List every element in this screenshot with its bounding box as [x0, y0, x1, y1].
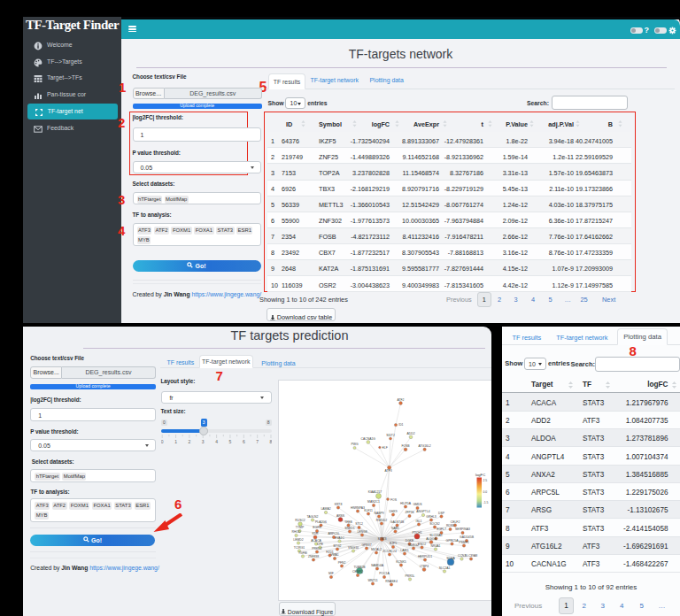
svg-text:TAGLN2: TAGLN2: [307, 514, 319, 518]
svg-text:DHX9: DHX9: [389, 509, 397, 512]
svg-text:SLC2A1: SLC2A1: [439, 566, 451, 569]
svg-text:ATG16L2: ATG16L2: [418, 444, 430, 448]
svg-text:2.5: 2.5: [483, 479, 488, 482]
svg-text:PRR5L: PRR5L: [406, 574, 415, 577]
svg-text:HERPUD1: HERPUD1: [418, 554, 432, 558]
svg-text:logFC: logFC: [475, 472, 485, 476]
svg-text:ZNF838: ZNF838: [308, 554, 319, 558]
svg-text:ARSS: ARSS: [336, 514, 345, 518]
svg-text:6: 6: [243, 439, 245, 444]
svg-text:PWG: PWG: [351, 443, 358, 446]
svg-text:KIAA1217: KIAA1217: [368, 490, 382, 494]
svg-text:-1.5: -1.5: [483, 501, 489, 504]
svg-text:0: 0: [161, 439, 164, 444]
svg-text:KLF11: KLF11: [364, 508, 373, 512]
svg-text:GRHL3: GRHL3: [426, 514, 436, 518]
svg-text:HILPDA: HILPDA: [400, 501, 412, 504]
svg-text:ENO2: ENO2: [418, 542, 426, 545]
svg-text:0.0: 0.0: [483, 489, 488, 493]
svg-text:NABP9: NABP9: [374, 511, 383, 514]
svg-text:GADD45B: GADD45B: [460, 535, 475, 539]
svg-text:LTBP4: LTBP4: [420, 564, 429, 567]
svg-text:ID1: ID1: [398, 423, 403, 427]
svg-text:MICAL2: MICAL2: [371, 547, 382, 551]
svg-text:ARPC5L: ARPC5L: [328, 532, 339, 535]
svg-text:E2F5: E2F5: [390, 542, 397, 545]
svg-text:WNT11: WNT11: [367, 578, 377, 581]
svg-text:4: 4: [216, 439, 219, 444]
svg-text:SAMD4A: SAMD4A: [371, 563, 384, 566]
svg-text:STC2: STC2: [355, 522, 363, 526]
svg-text:TGFBI: TGFBI: [298, 551, 307, 554]
svg-text:TFEB: TFEB: [344, 520, 352, 523]
svg-text:SERPINA3: SERPINA3: [455, 527, 470, 531]
svg-text:ADD2: ADD2: [406, 432, 414, 435]
svg-text:EGFR: EGFR: [313, 526, 321, 529]
svg-text:MAN2C1: MAN2C1: [367, 500, 380, 504]
svg-text:8: 8: [270, 439, 272, 444]
svg-text:STAT3: STAT3: [377, 537, 386, 541]
svg-text:TYMP: TYMP: [296, 526, 305, 529]
svg-text:FOSB: FOSB: [401, 444, 410, 448]
svg-text:GPR37: GPR37: [361, 543, 371, 546]
svg-text:2: 2: [189, 439, 191, 444]
svg-text:1: 1: [175, 439, 178, 444]
svg-text:RHOD: RHOD: [292, 530, 302, 534]
svg-text:EVA1C: EVA1C: [335, 535, 344, 539]
svg-text:KDR: KDR: [312, 532, 319, 535]
svg-text:ATF2: ATF2: [397, 397, 404, 401]
svg-text:PRKD2: PRKD2: [312, 546, 321, 550]
svg-text:5: 5: [229, 439, 232, 444]
svg-text:MIF: MIF: [328, 572, 334, 575]
svg-text:HLF: HLF: [382, 445, 387, 449]
svg-text:ISL1: ISL1: [416, 519, 422, 522]
svg-text:LENG8: LENG8: [357, 529, 367, 533]
svg-text:PTCH1: PTCH1: [412, 531, 421, 535]
svg-text:NR4A1: NR4A1: [431, 543, 441, 547]
svg-text:VSIG10: VSIG10: [348, 545, 359, 549]
svg-text:SOCS2: SOCS2: [429, 521, 440, 525]
svg-text:LEMD2: LEMD2: [293, 537, 303, 541]
svg-text:GALNT4B: GALNT4B: [390, 520, 405, 523]
svg-text:ZFP36: ZFP36: [405, 511, 413, 514]
svg-text:RNASE4: RNASE4: [385, 579, 398, 582]
svg-text:SNED1: SNED1: [344, 526, 354, 529]
svg-text:KRT8: KRT8: [335, 502, 343, 505]
svg-text:PSMF1: PSMF1: [459, 540, 468, 543]
svg-text:VWA1: VWA1: [330, 553, 339, 557]
svg-text:ATF3: ATF3: [385, 468, 392, 472]
svg-text:DSP: DSP: [438, 511, 445, 514]
svg-text:RWDD2: RWDD2: [376, 518, 387, 521]
svg-text:HNRNPA3: HNRNPA3: [351, 505, 365, 509]
svg-text:PLA2G6: PLA2G6: [315, 520, 327, 523]
svg-text:TUBB2B: TUBB2B: [353, 566, 366, 569]
svg-text:CELF2: CELF2: [451, 520, 460, 523]
svg-text:ALDOA: ALDOA: [426, 536, 437, 540]
svg-text:KCNK5: KCNK5: [396, 559, 406, 563]
svg-text:NAB1: NAB1: [391, 526, 399, 529]
svg-text:7: 7: [257, 439, 259, 444]
svg-text:PFN2: PFN2: [338, 560, 346, 564]
svg-text:SLC39A8: SLC39A8: [465, 553, 478, 557]
svg-text:DGKE: DGKE: [406, 538, 414, 542]
svg-text:ZCCHC24: ZCCHC24: [382, 549, 397, 552]
svg-text:POC1A: POC1A: [379, 572, 390, 575]
svg-text:GPRC5A: GPRC5A: [446, 538, 460, 542]
svg-text:BTG2: BTG2: [334, 543, 342, 547]
svg-text:EGFL7: EGFL7: [437, 527, 446, 531]
svg-text:3: 3: [202, 439, 205, 444]
svg-text:SDHA: SDHA: [446, 557, 455, 560]
svg-text:CPE: CPE: [317, 542, 324, 545]
svg-text:ANGPTL4: ANGPTL4: [416, 510, 430, 513]
svg-text:SIDT2: SIDT2: [386, 433, 395, 436]
svg-text:TCIRG1: TCIRG1: [294, 545, 305, 549]
svg-text:LAMA2: LAMA2: [321, 507, 330, 511]
svg-text:GMDS: GMDS: [413, 503, 422, 506]
svg-text:RUSC2: RUSC2: [295, 519, 305, 522]
svg-text:LAIR1: LAIR1: [400, 548, 409, 551]
svg-text:CACNA1G: CACNA1G: [361, 436, 376, 440]
svg-text:CENPQ: CENPQ: [352, 570, 363, 574]
svg-text:ROS5: ROS5: [446, 524, 454, 527]
svg-text:FOS: FOS: [390, 497, 398, 501]
